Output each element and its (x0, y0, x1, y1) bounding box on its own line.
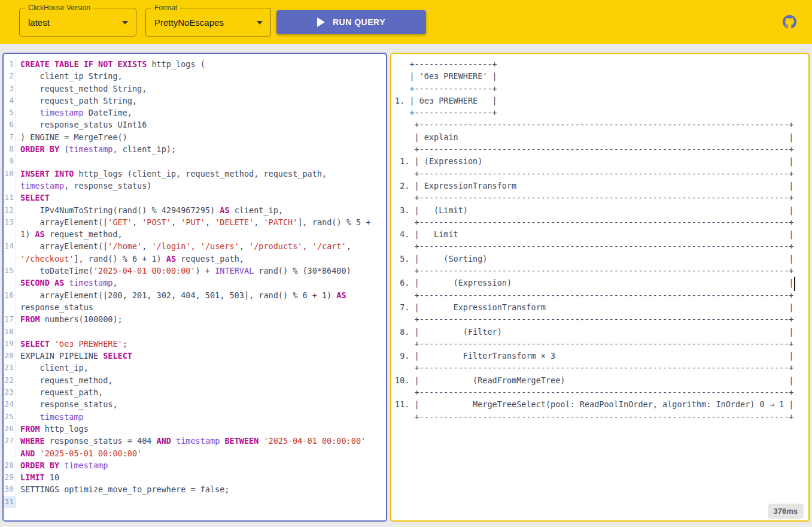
line-number: 20 (4, 350, 16, 362)
code-editor[interactable]: 1CREATE TABLE IF NOT EXISTS http_logs (2… (4, 54, 386, 508)
chevron-down-icon (122, 21, 128, 25)
code-line[interactable]: 27WHERE response_status = 404 AND timest… (4, 435, 386, 447)
code-text: arrayElement([200, 201, 302, 404, 501, 5… (16, 289, 386, 301)
code-line[interactable]: 8ORDER BY (timestamp, client_ip); (4, 143, 386, 155)
code-text: ORDER BY (timestamp, client_ip); (16, 143, 386, 155)
github-link[interactable] (783, 15, 796, 29)
code-line[interactable]: 31 (4, 496, 386, 508)
code-line[interactable]: 20EXPLAIN PIPELINE SELECT (4, 350, 386, 362)
run-query-label: RUN QUERY (333, 17, 385, 27)
code-text: timestamp DateTime, (16, 107, 386, 119)
code-text: SELECT 'без PREWHERE'; (16, 338, 386, 350)
chevron-down-icon (257, 21, 263, 25)
code-text: '/checkout'], rand() % 6 + 1) AS request… (16, 253, 386, 265)
code-line[interactable]: 30SETTINGS optimize_move_to_prewhere = f… (4, 483, 386, 495)
code-text: ) ENGINE = MergeTree() (16, 131, 386, 143)
code-line[interactable]: 9 (4, 155, 386, 167)
code-line[interactable]: SECOND AS timestamp, (4, 277, 386, 289)
code-line[interactable]: 22 request_method, (4, 374, 386, 386)
sql-editor-panel[interactable]: 1CREATE TABLE IF NOT EXISTS http_logs (2… (2, 53, 387, 522)
code-text (16, 155, 386, 167)
line-number (4, 301, 16, 313)
line-number: 12 (4, 204, 16, 216)
code-line[interactable]: 14 arrayElement(['/home', '/login', '/us… (4, 240, 386, 252)
code-text: EXPLAIN PIPELINE SELECT (16, 350, 386, 362)
code-text: SELECT (16, 192, 386, 204)
code-text: SECOND AS timestamp, (16, 277, 386, 289)
query-result-text[interactable]: +----------------+ | 'без PREWHERE' | +-… (391, 54, 808, 423)
code-text: timestamp, response_status) (16, 180, 386, 192)
code-line[interactable]: timestamp, response_status) (4, 180, 386, 192)
code-line[interactable]: 3 request_method String, (4, 83, 386, 95)
line-number: 15 (4, 265, 16, 277)
code-line[interactable]: 24 response_status, (4, 398, 386, 410)
line-number: 13 (4, 216, 16, 228)
line-number: 21 (4, 362, 16, 374)
code-line[interactable]: 15 toDateTime('2025-04-01 00:00:00') + I… (4, 265, 386, 277)
format-select-value: PrettyNoEscapes (154, 17, 224, 28)
code-line[interactable]: 28ORDER BY timestamp (4, 459, 386, 471)
line-number: 7 (4, 131, 16, 143)
code-text: request_path String, (16, 95, 386, 107)
code-line[interactable]: AND '2025-05-01 00:00:00' (4, 447, 386, 459)
line-number: 28 (4, 459, 16, 471)
code-line[interactable]: 7) ENGINE = MergeTree() (4, 131, 386, 143)
code-line[interactable]: 10INSERT INTO http_logs (client_ip, requ… (4, 168, 386, 180)
code-text: arrayElement(['/home', '/login', '/users… (16, 240, 386, 252)
code-line[interactable]: 19SELECT 'без PREWHERE'; (4, 338, 386, 350)
github-icon (783, 15, 796, 29)
code-line[interactable]: 6 response_status UInt16 (4, 119, 386, 131)
clickhouse-version-select[interactable]: ClickHouse Version latest (19, 8, 136, 37)
line-number: 2 (4, 70, 16, 82)
line-number: 11 (4, 192, 16, 204)
version-select-label: ClickHouse Version (25, 4, 93, 13)
line-number (4, 253, 16, 265)
code-line[interactable]: 16 arrayElement([200, 201, 302, 404, 501… (4, 289, 386, 301)
code-line[interactable]: 21 client_ip, (4, 362, 386, 374)
code-text: IPv4NumToString(rand() % 4294967295) AS … (16, 204, 386, 216)
code-line[interactable]: 5 timestamp DateTime, (4, 107, 386, 119)
code-line[interactable]: 1) AS request_method, (4, 228, 386, 240)
code-line[interactable]: 13 arrayElement(['GET', 'POST', 'PUT', '… (4, 216, 386, 228)
code-line[interactable]: 29LIMIT 10 (4, 471, 386, 483)
code-text: LIMIT 10 (16, 471, 386, 483)
line-number: 4 (4, 95, 16, 107)
code-line[interactable]: 1CREATE TABLE IF NOT EXISTS http_logs ( (4, 58, 386, 70)
code-line[interactable]: 2 client_ip String, (4, 70, 386, 82)
code-line[interactable]: 18 (4, 326, 386, 338)
code-text: request_method String, (16, 83, 386, 95)
line-number: 27 (4, 435, 16, 447)
code-line[interactable]: 25 timestamp (4, 411, 386, 423)
code-line[interactable]: 26FROM http_logs (4, 423, 386, 435)
code-text: SETTINGS optimize_move_to_prewhere = fal… (16, 483, 386, 495)
code-text: response_status (16, 301, 386, 313)
format-select[interactable]: Format PrettyNoEscapes (145, 8, 271, 37)
code-text: client_ip, (16, 362, 386, 374)
line-number: 26 (4, 423, 16, 435)
code-line[interactable]: response_status (4, 301, 386, 313)
code-text: CREATE TABLE IF NOT EXISTS http_logs ( (16, 58, 386, 70)
line-number: 22 (4, 374, 16, 386)
code-line[interactable]: '/checkout'], rand() % 6 + 1) AS request… (4, 253, 386, 265)
code-line[interactable]: 4 request_path String, (4, 95, 386, 107)
code-text (16, 496, 386, 508)
line-number: 25 (4, 411, 16, 423)
line-number: 24 (4, 398, 16, 410)
line-number (4, 277, 16, 289)
code-text: client_ip String, (16, 70, 386, 82)
code-line[interactable]: 11SELECT (4, 192, 386, 204)
line-number: 10 (4, 168, 16, 180)
code-text: FROM numbers(100000); (16, 313, 386, 325)
code-line[interactable]: 23 request_path, (4, 386, 386, 398)
code-line[interactable]: 17FROM numbers(100000); (4, 313, 386, 325)
code-text: timestamp (16, 411, 386, 423)
line-number: 30 (4, 483, 16, 495)
run-query-button[interactable]: RUN QUERY (276, 10, 426, 34)
code-line[interactable]: 12 IPv4NumToString(rand() % 4294967295) … (4, 204, 386, 216)
code-text: 1) AS request_method, (16, 228, 386, 240)
play-icon (317, 17, 325, 27)
code-text: toDateTime('2025-04-01 00:00:00') + INTE… (16, 265, 386, 277)
format-select-label: Format (151, 4, 180, 13)
line-number: 17 (4, 313, 16, 325)
code-text: request_path, (16, 386, 386, 398)
